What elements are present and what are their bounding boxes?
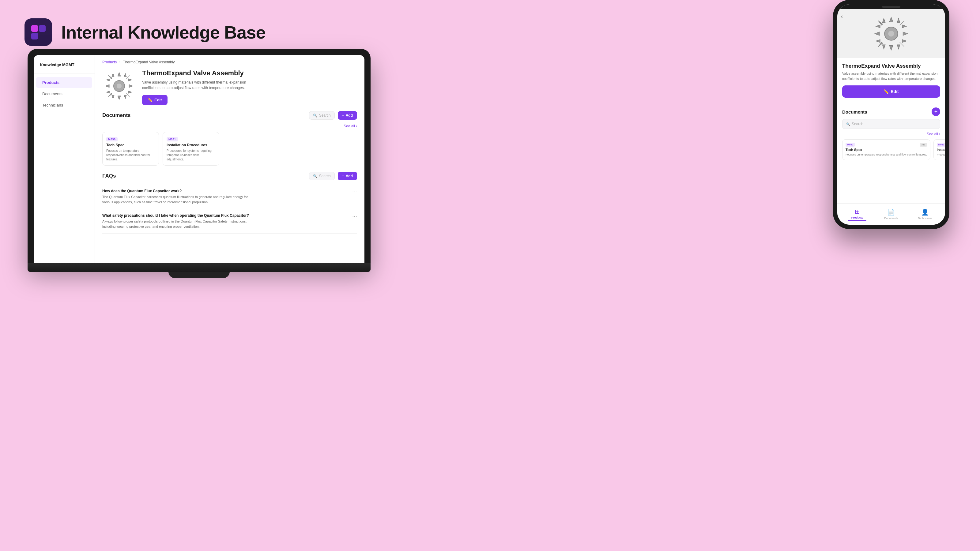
phone-see-all[interactable]: See all › xyxy=(837,132,945,136)
svg-marker-37 xyxy=(882,45,885,49)
doc-card-0[interactable]: M030 Tech Spec Focuses on temperature re… xyxy=(102,132,159,166)
documents-title: Documents xyxy=(102,112,131,119)
svg-marker-12 xyxy=(126,93,130,97)
breadcrumb: Products › ThermoExpand Valve Assembly xyxy=(95,55,364,64)
svg-marker-32 xyxy=(897,18,900,23)
phone-product-info: ThermoExpand Valve Assembly Valve assemb… xyxy=(837,58,945,108)
phone-doc-name-1: Installation Procedures xyxy=(937,148,945,151)
phone-nav-technicians-label: Technicians xyxy=(918,217,932,220)
product-info: ThermoExpand Valve Assembly Valve assemb… xyxy=(142,69,357,105)
svg-marker-17 xyxy=(128,79,132,81)
doc-desc-0: Focuses on temperature responsiveness an… xyxy=(106,149,155,162)
documents-add-button[interactable]: + Add xyxy=(338,111,357,120)
phone-product-image: ‹ xyxy=(837,9,945,58)
chevron-right-icon: › xyxy=(356,124,357,128)
svg-rect-1 xyxy=(39,25,46,32)
phone-doc-card-1[interactable]: M031 389 Installation Procedures Procedu… xyxy=(934,139,945,160)
phone-nav-technicians[interactable]: 👤 Technicians xyxy=(916,208,934,220)
phone-documents-search[interactable]: 🔍 Search xyxy=(842,119,940,129)
phone-bottom-nav: ⊞ Products 📄 Documents 👤 Technicians xyxy=(837,203,945,225)
phone-nav-technicians-icon: 👤 xyxy=(921,208,929,216)
app-title: Internal Knowledge Base xyxy=(61,22,266,43)
phone-product-desc: Valve assembly using materials with diff… xyxy=(842,71,940,81)
sidebar-item-documents[interactable]: Documents xyxy=(36,89,92,99)
svg-rect-2 xyxy=(31,33,38,40)
search-icon: 🔍 xyxy=(313,114,317,118)
faq-content-1: What safety precautions should I take wh… xyxy=(102,213,249,229)
svg-marker-31 xyxy=(882,18,885,23)
svg-marker-13 xyxy=(112,73,114,77)
product-image xyxy=(102,69,136,103)
svg-marker-30 xyxy=(900,42,904,47)
svg-marker-6 xyxy=(118,96,121,100)
breadcrumb-separator: › xyxy=(119,60,120,64)
svg-marker-25 xyxy=(875,32,880,35)
sidebar-item-technicians[interactable]: Technicians xyxy=(36,100,92,111)
phone-nav-documents-label: Documents xyxy=(884,217,898,220)
svg-marker-14 xyxy=(124,73,126,77)
phone-back-button[interactable]: ‹ xyxy=(841,13,843,20)
doc-card-1[interactable]: M031 Installation Procedures Procedures … xyxy=(162,132,219,166)
main-content: Products › ThermoExpand Valve Assembly xyxy=(95,55,364,263)
app-layout: Knowledge MGMT Products Documents Techni… xyxy=(34,55,364,263)
faq-answer-1: Always follow proper safety protocols ou… xyxy=(102,219,249,229)
documents-search-bar[interactable]: 🔍 Search xyxy=(309,111,335,120)
doc-cards-list: M030 Tech Spec Focuses on temperature re… xyxy=(102,132,357,166)
phone-doc-card-0[interactable]: M030 311 Tech Spec Focuses on temperatur… xyxy=(842,139,931,160)
svg-marker-20 xyxy=(124,95,126,99)
sidebar-item-products[interactable]: Products xyxy=(36,77,92,88)
phone-nav-products-label: Products xyxy=(851,216,863,219)
phone-edit-button[interactable]: ✏️ Edit xyxy=(842,86,940,98)
documents-see-all[interactable]: See all › xyxy=(102,124,357,128)
phone-documents-title: Documents xyxy=(842,109,867,114)
phone-nav-products[interactable]: ⊞ Products xyxy=(848,208,866,221)
phone-notch xyxy=(837,4,945,9)
laptop-base xyxy=(27,263,371,272)
svg-rect-0 xyxy=(31,25,38,32)
phone-documents-add-button[interactable]: + xyxy=(932,108,940,116)
phone-nav-documents[interactable]: 📄 Documents xyxy=(882,208,900,220)
phone-screen: ‹ xyxy=(837,4,945,225)
svg-marker-15 xyxy=(106,79,110,81)
faq-item-1: What safety precautions should I take wh… xyxy=(102,209,357,233)
faqs-section: FAQs 🔍 Search + Add xyxy=(95,172,364,240)
faqs-add-button[interactable]: + Add xyxy=(338,172,357,180)
faq-content-0: How does the Quantum Flux Capacitor work… xyxy=(102,189,249,205)
faq-question-0: How does the Quantum Flux Capacitor work… xyxy=(102,189,249,193)
faq-answer-0: The Quantum Flux Capacitor harnesses qua… xyxy=(102,194,249,205)
svg-marker-33 xyxy=(876,25,880,28)
edit-button[interactable]: ✏️ Edit xyxy=(142,95,167,105)
faq-more-button-1[interactable]: ⋯ xyxy=(352,213,357,219)
phone-search-icon: 🔍 xyxy=(846,122,850,126)
phone-doc-tag-row-1: M031 389 xyxy=(937,143,945,147)
phone-content: ‹ xyxy=(837,9,945,203)
phone-doc-tag-0: M030 xyxy=(846,143,855,147)
phone-doc-badge-0: 311 xyxy=(920,143,927,147)
svg-point-4 xyxy=(117,84,122,89)
svg-marker-16 xyxy=(106,91,110,94)
phone-doc-desc-1: Procedures for systems requiring tempera… xyxy=(937,153,945,157)
search-icon-faqs: 🔍 xyxy=(313,174,317,178)
breadcrumb-parent[interactable]: Products xyxy=(102,60,117,64)
faq-question-1: What safety precautions should I take wh… xyxy=(102,213,249,218)
svg-marker-18 xyxy=(128,91,132,94)
product-hero: ThermoExpand Valve Assembly Valve assemb… xyxy=(95,64,364,111)
phone-doc-desc-0: Focuses on temperature responsiveness an… xyxy=(846,153,927,157)
documents-section-header: Documents 🔍 Search + Add xyxy=(102,111,357,120)
doc-name-0: Tech Spec xyxy=(106,143,155,147)
svg-marker-27 xyxy=(878,21,883,25)
faqs-section-header: FAQs 🔍 Search + Add xyxy=(102,172,357,180)
phone-edit-icon: ✏️ xyxy=(883,89,889,94)
svg-marker-8 xyxy=(129,84,133,87)
svg-marker-7 xyxy=(105,84,109,87)
edit-pencil-icon: ✏️ xyxy=(148,98,153,102)
breadcrumb-current: ThermoExpand Valve Assembly xyxy=(123,60,175,64)
faqs-title: FAQs xyxy=(102,173,116,179)
faq-more-button-0[interactable]: ⋯ xyxy=(352,189,357,195)
doc-desc-1: Procedures for systems requiring tempera… xyxy=(167,149,215,162)
svg-marker-38 xyxy=(897,45,900,49)
svg-marker-5 xyxy=(118,72,121,76)
plus-icon: + xyxy=(342,113,344,118)
svg-marker-9 xyxy=(108,75,112,79)
faqs-search-bar[interactable]: 🔍 Search xyxy=(309,172,335,180)
